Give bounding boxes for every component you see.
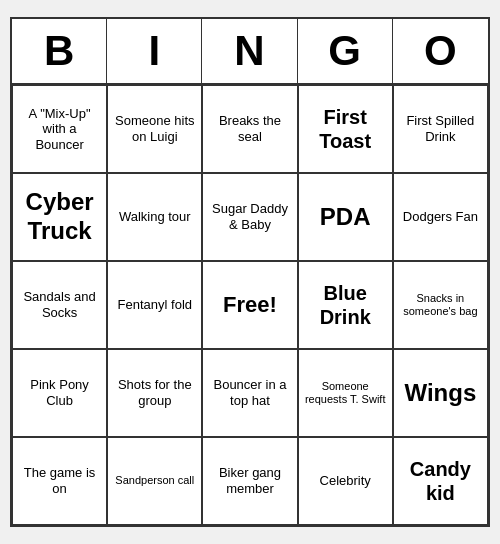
bingo-grid: A "Mix-Up" with a BouncerSomeone hits on… bbox=[12, 85, 488, 525]
bingo-card: BINGO A "Mix-Up" with a BouncerSomeone h… bbox=[10, 17, 490, 527]
bingo-cell-20: The game is on bbox=[12, 437, 107, 525]
bingo-cell-9: Dodgers Fan bbox=[393, 173, 488, 261]
bingo-cell-23: Celebrity bbox=[298, 437, 393, 525]
bingo-cell-15: Pink Pony Club bbox=[12, 349, 107, 437]
bingo-cell-24: Candy kid bbox=[393, 437, 488, 525]
bingo-cell-13: Blue Drink bbox=[298, 261, 393, 349]
bingo-letter-i: I bbox=[107, 19, 202, 83]
bingo-cell-21: Sandperson call bbox=[107, 437, 202, 525]
bingo-cell-17: Bouncer in a top hat bbox=[202, 349, 297, 437]
bingo-letter-g: G bbox=[298, 19, 393, 83]
bingo-cell-1: Someone hits on Luigi bbox=[107, 85, 202, 173]
bingo-cell-12: Free! bbox=[202, 261, 297, 349]
bingo-cell-14: Snacks in someone's bag bbox=[393, 261, 488, 349]
bingo-cell-6: Walking tour bbox=[107, 173, 202, 261]
bingo-cell-22: Biker gang member bbox=[202, 437, 297, 525]
bingo-header: BINGO bbox=[12, 19, 488, 85]
bingo-cell-8: PDA bbox=[298, 173, 393, 261]
bingo-letter-n: N bbox=[202, 19, 297, 83]
bingo-cell-2: Breaks the seal bbox=[202, 85, 297, 173]
bingo-letter-o: O bbox=[393, 19, 488, 83]
bingo-cell-19: Wings bbox=[393, 349, 488, 437]
bingo-cell-11: Fentanyl fold bbox=[107, 261, 202, 349]
bingo-cell-0: A "Mix-Up" with a Bouncer bbox=[12, 85, 107, 173]
bingo-cell-10: Sandals and Socks bbox=[12, 261, 107, 349]
bingo-letter-b: B bbox=[12, 19, 107, 83]
bingo-cell-3: First Toast bbox=[298, 85, 393, 173]
bingo-cell-4: First Spilled Drink bbox=[393, 85, 488, 173]
bingo-cell-7: Sugar Daddy & Baby bbox=[202, 173, 297, 261]
bingo-cell-18: Someone requests T. Swift bbox=[298, 349, 393, 437]
bingo-cell-5: Cyber Truck bbox=[12, 173, 107, 261]
bingo-cell-16: Shots for the group bbox=[107, 349, 202, 437]
